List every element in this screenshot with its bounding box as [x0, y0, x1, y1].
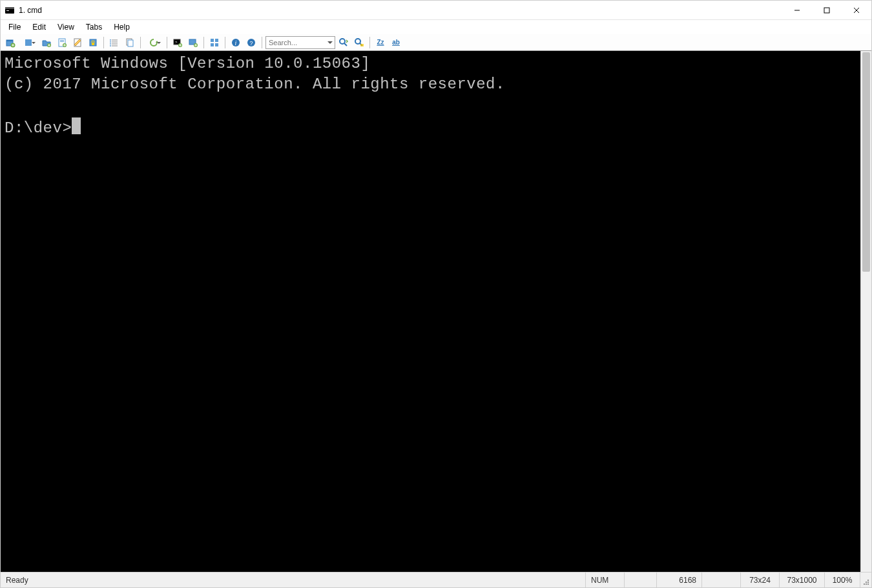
toolbar-separator: [369, 37, 370, 48]
save-button[interactable]: [55, 35, 69, 50]
svg-rect-45: [215, 39, 218, 42]
svg-rect-12: [25, 39, 32, 46]
toolbar: >i?Zzab: [1, 34, 871, 51]
svg-rect-2: [6, 10, 9, 11]
attach-button[interactable]: [186, 35, 200, 50]
titlebar: 1. cmd: [1, 1, 871, 20]
copy-button[interactable]: [123, 35, 137, 50]
open-folder-button[interactable]: [39, 35, 54, 50]
svg-text:>: >: [175, 40, 178, 44]
menu-edit[interactable]: Edit: [27, 21, 51, 33]
scrollbar-thumb[interactable]: [862, 52, 870, 272]
edit-icon: [72, 37, 83, 48]
svg-rect-56: [360, 44, 364, 46]
new-tab-drop-button[interactable]: [19, 35, 38, 50]
list-icon: [109, 37, 119, 48]
lock-button[interactable]: [86, 35, 100, 50]
menu-tabs[interactable]: Tabs: [81, 21, 107, 33]
window-title: 1. cmd: [19, 6, 42, 15]
maximize-button[interactable]: [812, 1, 842, 20]
open-folder-icon: [41, 37, 52, 48]
edit-button[interactable]: [70, 35, 85, 50]
app-icon: [5, 5, 15, 15]
info-button[interactable]: i: [229, 35, 243, 50]
svg-rect-47: [215, 43, 218, 46]
svg-text:?: ?: [249, 40, 253, 46]
find-next-icon: [338, 37, 349, 48]
svg-point-31: [110, 43, 111, 45]
svg-line-53: [344, 43, 347, 46]
svg-text:i: i: [235, 39, 237, 46]
word-toggle-button[interactable]: ab: [389, 35, 403, 50]
new-tab-button[interactable]: [3, 35, 17, 50]
menu-view[interactable]: View: [52, 21, 79, 33]
status-empty2: [701, 573, 740, 587]
settings-button[interactable]: [207, 35, 222, 50]
find-highlight-icon: [354, 37, 364, 48]
status-empty1: [624, 573, 656, 587]
minimize-button[interactable]: [782, 1, 812, 20]
status-buffer: 73x1000: [779, 573, 824, 587]
new-console-icon: >: [172, 37, 183, 48]
svg-point-54: [355, 39, 360, 44]
svg-point-29: [110, 39, 111, 41]
find-next-button[interactable]: [337, 35, 351, 50]
svg-point-52: [340, 39, 345, 44]
refresh-drop-icon: [149, 37, 159, 48]
attach-icon: [188, 37, 198, 48]
svg-rect-1: [5, 7, 14, 9]
word-toggle-icon: ab: [392, 39, 400, 46]
refresh-drop-button[interactable]: [144, 35, 163, 50]
toolbar-separator: [140, 37, 141, 48]
status-viewport: 73x24: [740, 573, 779, 587]
vertical-scrollbar[interactable]: [860, 51, 871, 572]
list-button[interactable]: [107, 35, 121, 50]
svg-point-30: [110, 41, 111, 43]
svg-rect-44: [211, 39, 214, 42]
terminal-area: Microsoft Windows [Version 10.0.15063] (…: [1, 51, 871, 572]
new-tab-drop-icon: [23, 37, 34, 48]
copy-icon: [125, 37, 135, 48]
info-icon: i: [231, 37, 241, 48]
svg-rect-24: [92, 43, 94, 45]
toolbar-separator: [167, 37, 167, 48]
menu-file[interactable]: File: [3, 21, 26, 33]
menu-help[interactable]: Help: [109, 21, 135, 33]
new-console-button[interactable]: >: [171, 35, 185, 50]
search-input[interactable]: [265, 36, 335, 49]
help-button[interactable]: ?: [244, 35, 258, 50]
find-highlight-button[interactable]: [352, 35, 366, 50]
svg-rect-17: [60, 40, 64, 41]
close-button[interactable]: [842, 1, 871, 20]
svg-rect-46: [211, 43, 214, 46]
save-icon: [57, 37, 67, 48]
svg-point-32: [110, 45, 111, 46]
svg-rect-18: [60, 41, 64, 42]
lock-icon: [88, 37, 98, 48]
case-toggle-icon: Zz: [377, 39, 384, 46]
toolbar-separator: [225, 37, 225, 48]
svg-rect-8: [6, 40, 13, 41]
menubar: File Edit View Tabs Help: [1, 20, 871, 34]
case-toggle-button[interactable]: Zz: [373, 35, 388, 50]
toolbar-separator: [103, 37, 104, 48]
status-numlock: NUM: [585, 573, 624, 587]
settings-icon: [209, 37, 220, 48]
status-pid: 6168: [656, 573, 701, 587]
terminal[interactable]: Microsoft Windows [Version 10.0.15063] (…: [1, 51, 860, 572]
resize-grip[interactable]: [860, 573, 871, 587]
svg-rect-34: [128, 40, 133, 46]
svg-rect-4: [824, 8, 829, 13]
toolbar-separator: [262, 37, 262, 48]
new-tab-icon: [5, 37, 16, 48]
cursor: [72, 117, 81, 134]
status-zoom: 100%: [824, 573, 860, 587]
toolbar-separator: [203, 37, 204, 48]
statusbar: Ready NUM 6168 73x24 73x1000 100%: [1, 572, 871, 587]
help-icon: ?: [246, 37, 256, 48]
status-ready: Ready: [1, 573, 585, 587]
